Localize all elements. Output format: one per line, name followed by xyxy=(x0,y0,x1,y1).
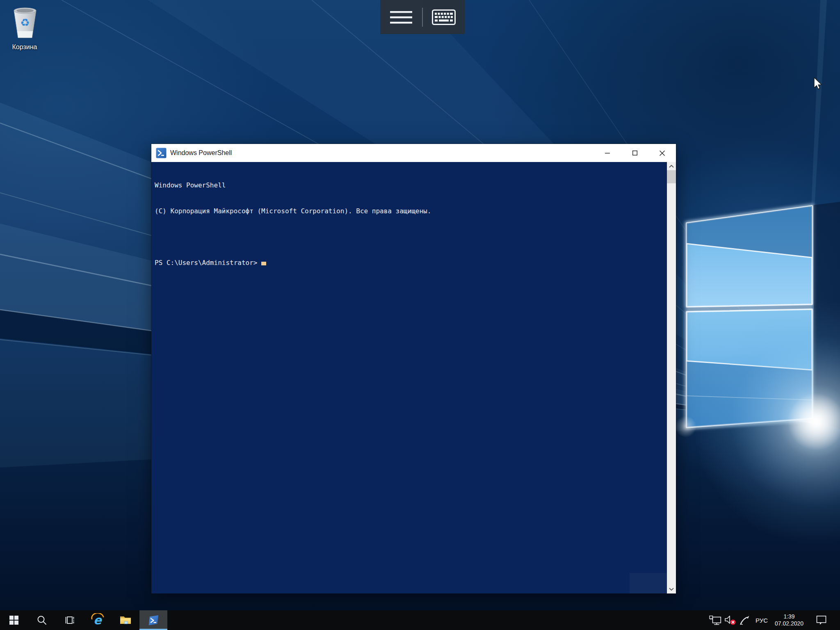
ie-icon: e xyxy=(91,613,105,627)
powershell-icon xyxy=(147,614,160,627)
console-prompt-line: PS C:\Users\Administrator> xyxy=(155,258,663,267)
minimize-icon xyxy=(605,150,610,156)
scrollbar-up-button[interactable] xyxy=(667,162,676,170)
console-area[interactable]: Windows PowerShell (C) Корпорация Майкро… xyxy=(151,162,676,593)
vm-menu-button[interactable] xyxy=(380,3,422,32)
wired-network-icon xyxy=(709,615,722,625)
maximize-icon xyxy=(632,150,638,156)
scrollbar-down-button[interactable] xyxy=(667,585,676,593)
desktop-icon-recycle-bin[interactable]: ♻ Корзина xyxy=(3,3,46,51)
console-line: Windows PowerShell xyxy=(155,181,663,189)
powershell-icon xyxy=(156,148,167,158)
close-button[interactable] xyxy=(648,144,676,162)
chevron-up-icon xyxy=(669,164,674,168)
file-explorer-button[interactable] xyxy=(112,610,139,630)
recycle-bin-icon: ♻ xyxy=(5,3,44,41)
system-tray: РУС 1:39 07.02.2020 xyxy=(709,610,840,630)
language-indicator[interactable]: РУС xyxy=(752,610,771,630)
action-center-icon xyxy=(816,615,827,625)
task-view-button[interactable] xyxy=(56,610,84,630)
svg-text:♻: ♻ xyxy=(20,16,30,29)
svg-text:e: e xyxy=(94,613,103,627)
console-prompt: PS C:\Users\Administrator> xyxy=(155,259,261,267)
volume-muted-icon xyxy=(724,615,736,625)
action-center-button[interactable] xyxy=(812,610,831,630)
keyboard-icon xyxy=(432,9,456,25)
volume-tray-button[interactable] xyxy=(723,610,737,630)
hamburger-icon xyxy=(390,10,412,24)
pen-tray-button[interactable] xyxy=(737,610,752,630)
console-render-artifact xyxy=(630,573,667,593)
vm-keyboard-button[interactable] xyxy=(423,3,465,32)
network-tray-button[interactable] xyxy=(709,610,723,630)
window-title: Windows PowerShell xyxy=(170,144,232,162)
internet-explorer-button[interactable]: e xyxy=(84,610,112,630)
start-button[interactable] xyxy=(0,610,28,630)
vm-console-toolbar xyxy=(380,0,465,34)
clock-date: 07.02.2020 xyxy=(775,620,803,627)
chevron-down-icon xyxy=(669,587,674,591)
taskbar: e xyxy=(0,610,840,630)
search-button[interactable] xyxy=(28,610,56,630)
clock-time: 1:39 xyxy=(783,613,794,620)
maximize-button[interactable] xyxy=(621,144,648,162)
window-titlebar[interactable]: Windows PowerShell xyxy=(151,144,676,162)
toolbar-divider xyxy=(422,8,423,27)
windows-start-icon xyxy=(9,616,18,625)
console-cursor xyxy=(261,262,266,265)
console-scrollbar[interactable] xyxy=(667,162,676,593)
powershell-window: Windows PowerShell Windows PowerSh xyxy=(151,144,676,593)
powershell-taskbar-button[interactable] xyxy=(139,610,167,630)
folder-icon xyxy=(119,615,132,625)
clock[interactable]: 1:39 07.02.2020 xyxy=(771,610,807,630)
console-output: Windows PowerShell (C) Корпорация Майкро… xyxy=(155,164,663,284)
search-icon xyxy=(37,615,47,625)
pen-icon xyxy=(739,615,751,625)
taskbar-buttons: e xyxy=(0,610,167,630)
scrollbar-thumb[interactable] xyxy=(667,170,676,183)
desktop: ♻ Корзина xyxy=(0,0,840,630)
recycle-bin-label: Корзина xyxy=(3,43,46,51)
minimize-button[interactable] xyxy=(593,144,621,162)
console-line xyxy=(155,233,663,241)
task-view-icon xyxy=(64,615,75,625)
console-line: (C) Корпорация Майкрософт (Microsoft Cor… xyxy=(155,207,663,215)
close-icon xyxy=(659,150,665,156)
